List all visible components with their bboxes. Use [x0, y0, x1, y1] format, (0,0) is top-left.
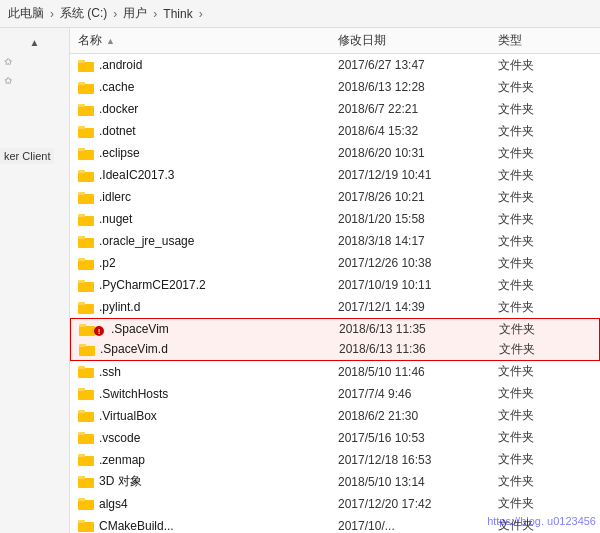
svg-rect-18 [78, 260, 94, 270]
file-type-cell: 文件夹 [490, 255, 570, 272]
sep-4: › [199, 7, 203, 21]
svg-rect-41 [78, 498, 85, 501]
table-row[interactable]: .PyCharmCE2017.2 2017/10/19 10:11文件夹 [70, 274, 600, 296]
svg-rect-23 [78, 302, 85, 305]
col-header-type[interactable]: 类型 [490, 30, 570, 51]
file-type-cell: 文件夹 [490, 429, 570, 446]
table-row[interactable]: .android 2017/6/27 13:47文件夹 [70, 54, 600, 76]
file-date-cell: 2018/6/4 15:32 [330, 124, 490, 138]
file-name-text: .idlerc [99, 190, 131, 204]
file-name-text: .vscode [99, 431, 140, 445]
col-header-date[interactable]: 修改日期 [330, 30, 490, 51]
table-row[interactable]: ! .SpaceVim 2018/6/13 11:35文件夹 [70, 318, 600, 340]
table-row[interactable]: .idlerc 2017/8/26 10:21文件夹 [70, 186, 600, 208]
svg-rect-19 [78, 258, 85, 261]
svg-rect-35 [78, 432, 85, 435]
folder-icon [78, 301, 94, 314]
svg-rect-12 [78, 194, 94, 204]
svg-rect-27 [79, 344, 86, 347]
svg-rect-39 [78, 476, 85, 479]
docker-client-label: ker Client [0, 148, 54, 164]
svg-rect-43 [78, 520, 85, 523]
table-row[interactable]: .eclipse 2018/6/20 10:31文件夹 [70, 142, 600, 164]
breadcrumb-c-drive[interactable]: 系统 (C:) [60, 5, 107, 22]
file-date-cell: 2017/12/26 10:38 [330, 256, 490, 270]
file-name-cell: .cache [70, 80, 330, 94]
table-row[interactable]: .vscode 2017/5/16 10:53文件夹 [70, 427, 600, 449]
table-row[interactable]: .IdeaIC2017.3 2017/12/19 10:41文件夹 [70, 164, 600, 186]
table-row[interactable]: 3D 对象 2018/5/10 13:14文件夹 [70, 471, 600, 493]
breadcrumb-users[interactable]: 用户 [123, 5, 147, 22]
file-type-cell: 文件夹 [490, 123, 570, 140]
folder-icon [78, 431, 94, 444]
folder-icon [78, 257, 94, 270]
folder-icon [78, 387, 94, 400]
file-name-cell: .PyCharmCE2017.2 [70, 278, 330, 292]
svg-rect-3 [78, 82, 85, 85]
svg-rect-0 [78, 62, 94, 72]
table-row[interactable]: .oracle_jre_usage 2018/3/18 14:17文件夹 [70, 230, 600, 252]
table-row[interactable]: .ssh 2018/5/10 11:46文件夹 [70, 361, 600, 383]
table-row[interactable]: .SwitchHosts 2017/7/4 9:46文件夹 [70, 383, 600, 405]
sep-3: › [153, 7, 157, 21]
file-name-text: .cache [99, 80, 134, 94]
file-name-cell: .ssh [70, 365, 330, 379]
table-row[interactable]: .cache 2018/6/13 12:28文件夹 [70, 76, 600, 98]
svg-rect-29 [78, 366, 85, 369]
svg-rect-9 [78, 148, 85, 151]
folder-icon [78, 475, 94, 488]
svg-rect-13 [78, 192, 85, 195]
file-date-cell: 2017/10/19 10:11 [330, 278, 490, 292]
breadcrumb-think[interactable]: Think [163, 7, 192, 21]
file-date-cell: 2017/5/16 10:53 [330, 431, 490, 445]
breadcrumb-this-pc[interactable]: 此电脑 [8, 5, 44, 22]
sidebar-pin-1[interactable]: ✩ [0, 52, 69, 71]
table-row[interactable]: .docker 2018/6/7 22:21文件夹 [70, 98, 600, 120]
svg-rect-14 [78, 216, 94, 226]
file-date-cell: 2018/6/13 11:36 [331, 342, 491, 356]
file-type-cell: 文件夹 [490, 517, 570, 533]
file-type-cell: 文件夹 [490, 363, 570, 380]
file-name-cell: algs4 [70, 497, 330, 511]
table-row[interactable]: .pylint.d 2017/12/1 14:39文件夹 [70, 296, 600, 318]
table-row[interactable]: .SpaceVim.d 2018/6/13 11:36文件夹 [70, 339, 600, 361]
file-name-cell: .SwitchHosts [70, 387, 330, 401]
address-bar: 此电脑 › 系统 (C:) › 用户 › Think › [0, 0, 600, 28]
file-type-cell: 文件夹 [490, 451, 570, 468]
file-name-text: .oracle_jre_usage [99, 234, 194, 248]
svg-rect-17 [78, 236, 85, 239]
folder-icon [78, 125, 94, 138]
file-type-cell: 文件夹 [491, 321, 571, 338]
file-name-text: .eclipse [99, 146, 140, 160]
table-row[interactable]: .p2 2017/12/26 10:38文件夹 [70, 252, 600, 274]
folder-icon [78, 409, 94, 422]
file-type-cell: 文件夹 [490, 407, 570, 424]
svg-rect-31 [78, 388, 85, 391]
folder-icon [79, 323, 95, 336]
file-date-cell: 2018/6/2 21:30 [330, 409, 490, 423]
file-type-cell: 文件夹 [490, 233, 570, 250]
file-date-cell: 2017/6/27 13:47 [330, 58, 490, 72]
file-list: .android 2017/6/27 13:47文件夹 .cache 2018/… [70, 54, 600, 533]
file-name-cell: .vscode [70, 431, 330, 445]
folder-icon [78, 497, 94, 510]
table-row[interactable]: algs4 2017/12/20 17:42文件夹 [70, 493, 600, 515]
table-row[interactable]: CMakeBuild... 2017/10/...文件夹 [70, 515, 600, 534]
svg-rect-36 [78, 456, 94, 466]
file-date-cell: 2018/6/7 22:21 [330, 102, 490, 116]
file-date-cell: 2017/12/19 10:41 [330, 168, 490, 182]
table-row[interactable]: .nuget 2018/1/20 15:58文件夹 [70, 208, 600, 230]
svg-rect-1 [78, 60, 85, 63]
table-row[interactable]: .zenmap 2017/12/18 16:53文件夹 [70, 449, 600, 471]
col-header-name[interactable]: 名称 ▲ [70, 30, 330, 51]
file-name-text: .pylint.d [99, 300, 140, 314]
file-area[interactable]: 名称 ▲ 修改日期 类型 .android 2017/6/27 13:47文件夹… [70, 28, 600, 533]
file-name-cell: .SpaceVim.d [71, 342, 331, 356]
folder-icon [78, 191, 94, 204]
table-row[interactable]: .VirtualBox 2018/6/2 21:30文件夹 [70, 405, 600, 427]
table-row[interactable]: .dotnet 2018/6/4 15:32文件夹 [70, 120, 600, 142]
svg-rect-16 [78, 238, 94, 248]
file-type-cell: 文件夹 [490, 167, 570, 184]
sidebar-up-arrow[interactable]: ▲ [0, 32, 69, 52]
sidebar-pin-2[interactable]: ✩ [0, 71, 69, 90]
